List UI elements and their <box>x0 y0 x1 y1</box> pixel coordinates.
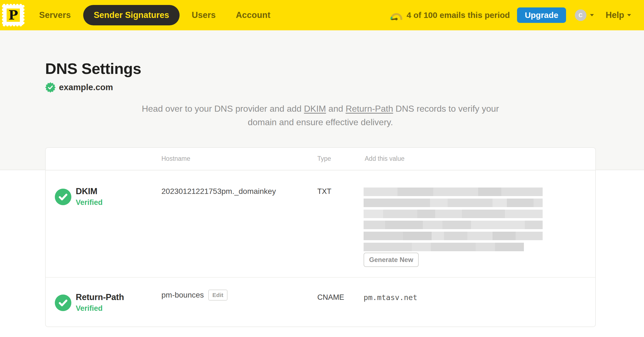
return-path-record-type: CNAME <box>317 293 344 302</box>
return-path-value: pm.mtasv.net <box>364 293 417 302</box>
column-header-hostname: Hostname <box>161 155 190 162</box>
redacted-bar <box>364 221 543 229</box>
domain-row: example.com <box>45 82 113 93</box>
status-badge: Verified <box>76 304 124 313</box>
help-menu[interactable]: Help <box>606 10 631 20</box>
chevron-down-icon <box>590 14 594 17</box>
verified-seal-icon <box>45 82 56 93</box>
return-path-link[interactable]: Return-Path <box>346 104 393 114</box>
edit-button[interactable]: Edit <box>208 290 228 301</box>
postmark-logo-icon[interactable]: P <box>2 3 25 27</box>
description-text: and <box>326 104 345 114</box>
dkim-record-type: TXT <box>317 187 331 196</box>
record-name: Return-Path <box>76 292 124 302</box>
dns-records-card: Hostname Type Add this value DKIM Verifi… <box>45 147 596 327</box>
return-path-hostname: pm-bounces <box>161 291 204 299</box>
usage-gauge-icon <box>390 11 403 21</box>
nav-item-users[interactable]: Users <box>192 10 216 20</box>
dkim-redacted-value <box>364 188 543 254</box>
return-path-status: Return-Path Verified <box>55 292 124 313</box>
page-description: Head over to your DNS provider and add D… <box>141 102 499 129</box>
redacted-bar <box>364 243 524 251</box>
column-header-value: Add this value <box>365 155 404 162</box>
redacted-bar <box>364 232 543 240</box>
record-name: DKIM <box>76 186 103 196</box>
nav-item-servers[interactable]: Servers <box>39 10 71 20</box>
description-text: Head over to your DNS provider and add <box>142 104 304 114</box>
help-label: Help <box>606 10 624 20</box>
avatar[interactable]: C <box>575 9 586 21</box>
redacted-bar <box>364 199 543 207</box>
nav-item-sender-signatures[interactable]: Sender Signatures <box>83 5 180 25</box>
brand-letter: P <box>9 8 18 23</box>
chevron-down-icon <box>627 14 631 17</box>
dkim-status: DKIM Verified <box>55 186 103 207</box>
top-navbar: P Servers Sender Signatures Users Accoun… <box>0 0 644 30</box>
verified-check-icon <box>55 295 71 311</box>
redacted-bar <box>364 188 543 196</box>
account-menu[interactable]: C <box>575 9 594 21</box>
row-divider <box>46 277 595 278</box>
generate-new-button[interactable]: Generate New <box>364 253 419 267</box>
dkim-hostname: 20230121221753pm._domainkey <box>161 187 276 196</box>
table-header-row: Hostname Type Add this value <box>46 148 595 170</box>
domain-name: example.com <box>59 82 113 92</box>
return-path-hostname-group: pm-bounces Edit <box>161 290 228 301</box>
usage-counter: 4 of 100 emails this period <box>407 10 510 20</box>
verified-check-icon <box>55 189 71 205</box>
nav-item-account[interactable]: Account <box>236 10 270 20</box>
dkim-link[interactable]: DKIM <box>304 104 326 114</box>
column-header-type: Type <box>317 155 331 162</box>
page-title: DNS Settings <box>45 60 141 77</box>
upgrade-button[interactable]: Upgrade <box>517 7 566 23</box>
redacted-bar <box>364 210 543 218</box>
status-badge: Verified <box>76 198 103 207</box>
